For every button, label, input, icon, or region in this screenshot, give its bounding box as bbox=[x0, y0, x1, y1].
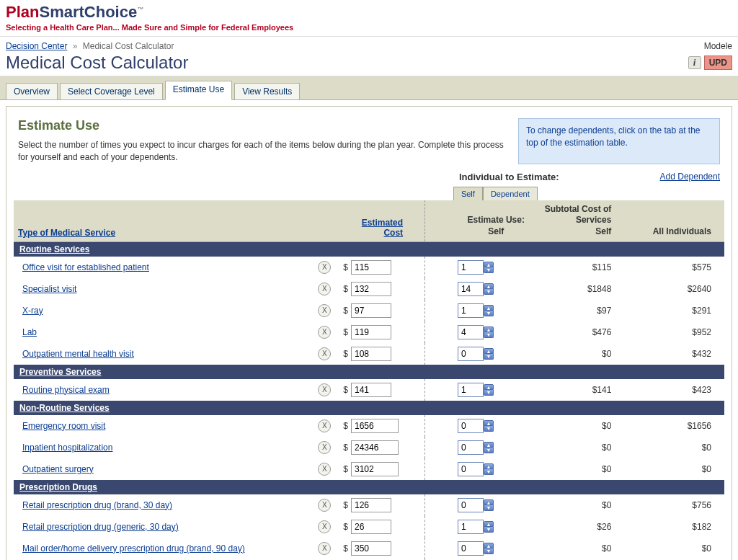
stepper-down-icon[interactable]: ▼ bbox=[484, 289, 494, 295]
stepper-down-icon[interactable]: ▼ bbox=[484, 332, 494, 338]
table-row: Inpatient hospitalization X $ ▲▼ $0 $0 bbox=[14, 437, 724, 458]
cost-input[interactable] bbox=[351, 383, 391, 397]
add-dependent-link[interactable]: Add Dependent bbox=[660, 172, 720, 182]
cost-input[interactable] bbox=[351, 347, 391, 361]
stepper-down-icon[interactable]: ▼ bbox=[484, 548, 494, 554]
subtotal-all: $2640 bbox=[624, 278, 724, 300]
stepper-down-icon[interactable]: ▼ bbox=[484, 505, 494, 511]
col-self: Self bbox=[595, 226, 611, 236]
service-link[interactable]: Routine physical exam bbox=[22, 385, 110, 395]
subtotal-all: $291 bbox=[624, 300, 724, 321]
use-input[interactable] bbox=[458, 260, 484, 275]
stepper-up-icon[interactable]: ▲ bbox=[484, 499, 494, 505]
use-input[interactable] bbox=[458, 440, 484, 455]
cost-input[interactable] bbox=[351, 260, 391, 275]
remove-row-button[interactable]: X bbox=[318, 261, 331, 274]
col-estimated-cost[interactable]: Estimated Cost bbox=[362, 218, 403, 238]
stepper-down-icon[interactable]: ▼ bbox=[484, 527, 494, 533]
remove-row-button[interactable]: X bbox=[318, 542, 331, 555]
stepper-down-icon[interactable]: ▼ bbox=[484, 448, 494, 453]
table-row: Mail order/home delivery prescription dr… bbox=[14, 538, 724, 559]
col-estimate-use: Estimate Use: bbox=[468, 215, 525, 225]
section-description: Select the number of times you expect to… bbox=[18, 139, 504, 164]
service-link[interactable]: Retail prescription drug (generic, 30 da… bbox=[22, 522, 179, 532]
remove-row-button[interactable]: X bbox=[318, 347, 331, 360]
use-input[interactable] bbox=[458, 282, 484, 296]
stepper-down-icon[interactable]: ▼ bbox=[484, 469, 494, 475]
cost-input[interactable] bbox=[351, 440, 399, 455]
remove-row-button[interactable]: X bbox=[318, 499, 331, 512]
cost-input[interactable] bbox=[351, 325, 391, 339]
service-link[interactable]: Inpatient hospitalization bbox=[22, 443, 112, 453]
table-row: Retail prescription drug (generic, 30 da… bbox=[14, 516, 724, 538]
use-input[interactable] bbox=[458, 541, 484, 556]
subtotal-all: $0 bbox=[624, 458, 724, 480]
stepper-up-icon[interactable]: ▲ bbox=[484, 305, 494, 311]
stepper-up-icon[interactable]: ▲ bbox=[484, 521, 494, 527]
stepper-down-icon[interactable]: ▼ bbox=[484, 426, 494, 432]
use-input[interactable] bbox=[458, 520, 484, 534]
service-link[interactable]: Retail prescription drug (brand, 30 day) bbox=[22, 500, 172, 510]
remove-row-button[interactable]: X bbox=[318, 283, 331, 295]
inner-tab-self[interactable]: Self bbox=[453, 187, 483, 200]
service-link[interactable]: Office visit for established patient bbox=[22, 262, 149, 272]
table-row: Office visit for established patient X $… bbox=[14, 257, 724, 278]
remove-row-button[interactable]: X bbox=[318, 419, 331, 432]
stepper-down-icon[interactable]: ▼ bbox=[484, 390, 494, 396]
service-link[interactable]: Outpatient surgery bbox=[22, 464, 94, 474]
use-input[interactable] bbox=[458, 462, 484, 476]
remove-row-button[interactable]: X bbox=[318, 463, 331, 476]
tab-view-results[interactable]: View Results bbox=[234, 83, 300, 99]
tagline: Selecting a Health Care Plan... Made Sur… bbox=[6, 23, 732, 32]
cost-input[interactable] bbox=[351, 303, 391, 318]
service-link[interactable]: Emergency room visit bbox=[22, 421, 105, 431]
remove-row-button[interactable]: X bbox=[318, 304, 331, 317]
service-link[interactable]: Outpatient mental health visit bbox=[22, 349, 134, 359]
use-input[interactable] bbox=[458, 325, 484, 339]
subtotal-all: $423 bbox=[624, 379, 724, 401]
stepper-up-icon[interactable]: ▲ bbox=[484, 463, 494, 469]
cost-input[interactable] bbox=[351, 282, 391, 296]
tab-estimate-use[interactable]: Estimate Use bbox=[165, 81, 232, 100]
breadcrumb: Decision Center » Medical Cost Calculato… bbox=[6, 41, 174, 51]
breadcrumb-current: Medical Cost Calculator bbox=[83, 41, 174, 51]
service-link[interactable]: Mail order/home delivery prescription dr… bbox=[22, 543, 245, 554]
info-icon[interactable]: i bbox=[688, 56, 701, 69]
stepper-up-icon[interactable]: ▲ bbox=[484, 420, 494, 426]
update-button[interactable]: UPD bbox=[704, 55, 732, 70]
stepper-up-icon[interactable]: ▲ bbox=[484, 283, 494, 289]
breadcrumb-decision-center[interactable]: Decision Center bbox=[6, 41, 67, 51]
subtotal-self: $0 bbox=[539, 415, 625, 437]
col-type-of-service[interactable]: Type of Medical Service bbox=[18, 228, 115, 238]
stepper-down-icon[interactable]: ▼ bbox=[484, 354, 494, 360]
stepper-up-icon[interactable]: ▲ bbox=[484, 348, 494, 354]
service-link[interactable]: Specialist visit bbox=[22, 284, 76, 294]
remove-row-button[interactable]: X bbox=[318, 326, 331, 339]
inner-tab-dependent[interactable]: Dependent bbox=[483, 187, 538, 200]
stepper-down-icon[interactable]: ▼ bbox=[484, 267, 494, 273]
service-link[interactable]: X-ray bbox=[22, 306, 43, 316]
stepper-up-icon[interactable]: ▲ bbox=[484, 442, 494, 448]
remove-row-button[interactable]: X bbox=[318, 441, 331, 454]
stepper-down-icon[interactable]: ▼ bbox=[484, 311, 494, 316]
tab-select-coverage[interactable]: Select Coverage Level bbox=[60, 83, 163, 99]
use-input[interactable] bbox=[458, 383, 484, 397]
stepper-up-icon[interactable]: ▲ bbox=[484, 326, 494, 332]
stepper-up-icon[interactable]: ▲ bbox=[484, 384, 494, 390]
cost-input[interactable] bbox=[351, 541, 391, 556]
remove-row-button[interactable]: X bbox=[318, 383, 331, 396]
service-link[interactable]: Lab bbox=[22, 327, 37, 337]
use-input[interactable] bbox=[458, 347, 484, 361]
stepper-up-icon[interactable]: ▲ bbox=[484, 543, 494, 548]
use-input[interactable] bbox=[458, 303, 484, 318]
subtotal-self: $26 bbox=[539, 516, 625, 538]
use-input[interactable] bbox=[458, 419, 484, 433]
cost-input[interactable] bbox=[351, 520, 391, 534]
remove-row-button[interactable]: X bbox=[318, 520, 331, 533]
use-input[interactable] bbox=[458, 498, 484, 512]
tab-overview[interactable]: Overview bbox=[6, 83, 58, 99]
cost-input[interactable] bbox=[351, 419, 399, 433]
stepper-up-icon[interactable]: ▲ bbox=[484, 262, 494, 267]
cost-input[interactable] bbox=[351, 462, 399, 476]
cost-input[interactable] bbox=[351, 498, 391, 512]
